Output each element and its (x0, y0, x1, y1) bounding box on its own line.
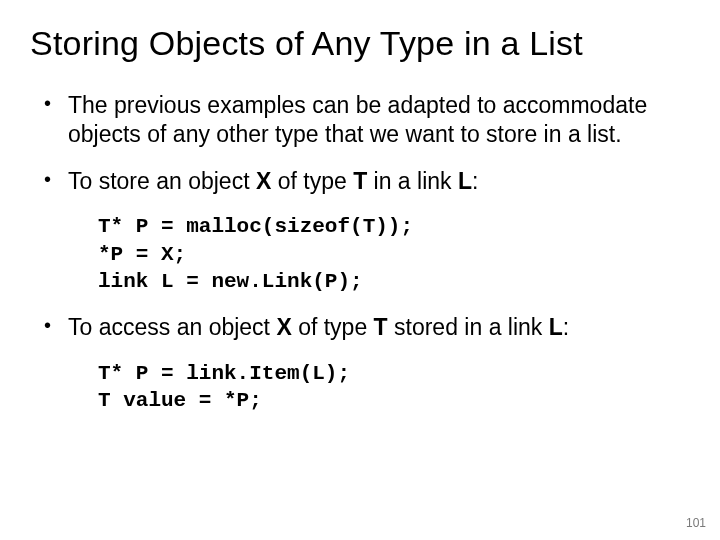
page-number: 101 (686, 516, 706, 530)
bullet-item-2: To store an object X of type T in a link… (40, 167, 680, 196)
code2-line2: T value = *P; (98, 389, 262, 412)
bullet-2-t: T (353, 168, 367, 194)
code-block-store: T* P = malloc(sizeof(T)); *P = X; link L… (98, 213, 680, 295)
code1-line2: *P = X; (98, 243, 186, 266)
bullet-3-mid1: of type (292, 314, 374, 340)
bullet-3-mid2: stored in a link (388, 314, 549, 340)
code1-line1: T* P = malloc(sizeof(T)); (98, 215, 413, 238)
bullet-3-pre: To access an object (68, 314, 276, 340)
code1-line3: link L = new.Link(P); (98, 270, 363, 293)
bullet-2-pre: To store an object (68, 168, 256, 194)
bullet-1-text: The previous examples can be adapted to … (68, 92, 647, 147)
slide: Storing Objects of Any Type in a List Th… (0, 0, 720, 540)
code-block-access: T* P = link.Item(L); T value = *P; (98, 360, 680, 415)
bullet-list: The previous examples can be adapted to … (40, 91, 680, 195)
bullet-item-1: The previous examples can be adapted to … (40, 91, 680, 149)
bullet-2-x: X (256, 168, 271, 194)
bullet-3-l: L (549, 314, 563, 340)
code2-line1: T* P = link.Item(L); (98, 362, 350, 385)
bullet-item-3: To access an object X of type T stored i… (40, 313, 680, 342)
bullet-3-t: T (374, 314, 388, 340)
bullet-2-post: : (472, 168, 478, 194)
bullet-2-mid1: of type (271, 168, 353, 194)
bullet-3-post: : (563, 314, 569, 340)
bullet-list-2: To access an object X of type T stored i… (40, 313, 680, 342)
bullet-3-x: X (276, 314, 291, 340)
bullet-2-mid2: in a link (367, 168, 458, 194)
bullet-2-l: L (458, 168, 472, 194)
slide-title: Storing Objects of Any Type in a List (30, 24, 680, 63)
